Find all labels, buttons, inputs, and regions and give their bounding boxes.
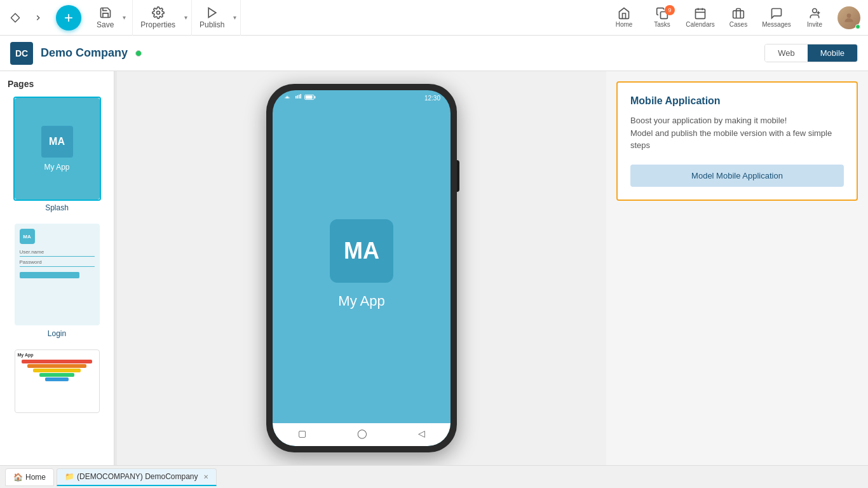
properties-chevron[interactable]: ▾ [180, 0, 191, 36]
phone-app-name: My App [338, 293, 384, 309]
toolbar-right: Home Tasks 9 Calendars Cases [606, 0, 863, 36]
toolbar-left-group: + Save ▾ Properties ▾ [5, 0, 241, 36]
content-area: Pages MA My App Splash MA User.name [0, 71, 868, 465]
properties-button[interactable]: Properties [135, 0, 180, 36]
phone-status-bar: 12:30 [273, 90, 451, 105]
avatar [837, 6, 860, 29]
home-tab[interactable]: 🏠 Home [5, 468, 54, 486]
phone-nav-square[interactable]: ▢ [298, 428, 306, 438]
phone-app-content: MA My App [273, 105, 451, 423]
dashboard-title-thumb: My App [18, 353, 97, 357]
web-view-button[interactable]: Web [765, 44, 808, 62]
main-toolbar: + Save ▾ Properties ▾ [0, 0, 868, 36]
nav-tasks[interactable]: Tasks 9 [644, 0, 680, 36]
nav-back-icon[interactable] [5, 8, 25, 28]
phone-side-button [457, 160, 459, 192]
nav-invite-label: Invite [807, 21, 822, 28]
login-preview: MA User.name Password [13, 222, 101, 327]
login-page-label: Login [48, 329, 66, 338]
save-label: Save [97, 20, 114, 29]
svg-rect-3 [696, 9, 705, 18]
publish-chevron[interactable]: ▾ [229, 0, 240, 36]
phone-time: 12:30 [424, 95, 440, 102]
save-group: Save ▾ [89, 0, 133, 36]
phone-area: 12:30 MA My App ▢ ◯ ◁ [117, 71, 606, 465]
nav-cases-label: Cases [729, 21, 747, 28]
mobile-app-info-panel: Mobile Application Boost your applicatio… [616, 81, 858, 201]
login-password-field: Password [20, 259, 95, 267]
company-bar: DC Demo Company Web Mobile [0, 36, 868, 71]
splash-page-label: Splash [45, 203, 69, 212]
demo-tab-label: (DEMOCOMPANY) DemoCompany [77, 472, 198, 481]
phone-screen: 12:30 MA My App ▢ ◯ ◁ [273, 90, 451, 446]
svg-rect-15 [300, 94, 301, 98]
sidebar-title: Pages [5, 79, 109, 89]
svg-point-0 [156, 11, 159, 14]
splash-thumbnail: MA My App [15, 98, 100, 200]
phone-app-icon: MA [330, 219, 393, 283]
page-thumb-dashboard[interactable]: My App [5, 348, 109, 414]
model-mobile-button[interactable]: Model Mobile Application [630, 165, 844, 187]
home-tab-label: Home [25, 473, 46, 482]
svg-rect-13 [297, 95, 298, 98]
online-indicator [855, 24, 860, 29]
login-btn-thumb [20, 272, 79, 278]
phone-nav-circle[interactable]: ◯ [357, 428, 367, 438]
nav-home[interactable]: Home [606, 0, 642, 36]
info-panel-description: Boost your application by making it mobi… [630, 114, 844, 152]
view-toggle: Web Mobile [764, 44, 858, 62]
status-icons-left [283, 94, 316, 102]
publish-button[interactable]: Publish [194, 0, 229, 36]
save-chevron[interactable]: ▾ [119, 0, 130, 36]
nav-forward-icon[interactable] [28, 8, 48, 28]
nav-messages-label: Messages [762, 21, 791, 28]
login-logo: MA [20, 229, 35, 244]
tasks-badge: 9 [665, 5, 675, 15]
svg-rect-7 [733, 11, 744, 18]
nav-tasks-label: Tasks [654, 21, 670, 28]
splash-logo: MA [41, 126, 73, 158]
properties-group: Properties ▾ [135, 0, 192, 36]
dashboard-thumbnail: My App [15, 349, 100, 413]
splash-preview: MA My App [13, 97, 101, 201]
add-button[interactable]: + [56, 5, 81, 30]
sidebar: Pages MA My App Splash MA User.name [0, 71, 114, 465]
main-area: DC Demo Company Web Mobile Pages MA My A… [0, 36, 868, 465]
dashboard-preview: My App [13, 348, 101, 414]
status-indicator[interactable] [135, 50, 142, 57]
page-thumb-splash[interactable]: MA My App Splash [5, 97, 109, 212]
svg-rect-12 [295, 96, 297, 98]
info-desc-line1: Boost your application by making it mobi… [630, 116, 787, 125]
nav-invite[interactable]: Invite [797, 0, 832, 36]
folder-icon: 📁 [65, 472, 74, 481]
login-username-field: User.name [20, 249, 95, 257]
svg-marker-1 [208, 8, 216, 17]
svg-rect-17 [305, 96, 312, 99]
login-thumbnail: MA User.name Password [15, 224, 100, 325]
save-button[interactable]: Save [92, 0, 119, 36]
svg-rect-18 [314, 96, 315, 98]
properties-label: Properties [140, 20, 175, 29]
page-thumb-login[interactable]: MA User.name Password Login [5, 222, 109, 338]
phone-nav-triangle[interactable]: ◁ [418, 428, 425, 438]
svg-point-8 [813, 9, 817, 13]
nav-cases[interactable]: Cases [721, 0, 756, 36]
company-name: Demo Company [41, 46, 128, 60]
svg-point-11 [847, 13, 851, 18]
company-logo: DC [10, 42, 33, 65]
demo-company-tab[interactable]: 📁 (DEMOCOMPANY) DemoCompany ✕ [57, 468, 216, 486]
svg-rect-14 [299, 95, 300, 98]
publish-label: Publish [200, 20, 224, 29]
mobile-view-button[interactable]: Mobile [808, 44, 857, 62]
splash-app-name: My App [44, 163, 69, 172]
user-avatar[interactable] [835, 0, 863, 36]
close-tab-button[interactable]: ✕ [203, 473, 208, 480]
info-desc-line2: Model and publish the mobile version wit… [630, 128, 832, 151]
nav-home-label: Home [616, 21, 633, 28]
bottom-tab-bar: 🏠 Home 📁 (DEMOCOMPANY) DemoCompany ✕ [0, 465, 868, 488]
phone-mockup: 12:30 MA My App ▢ ◯ ◁ [266, 84, 457, 452]
nav-calendars[interactable]: Calendars [682, 0, 718, 36]
publish-group: Publish ▾ [194, 0, 241, 36]
nav-messages[interactable]: Messages [759, 0, 794, 36]
nav-calendars-label: Calendars [686, 21, 715, 28]
